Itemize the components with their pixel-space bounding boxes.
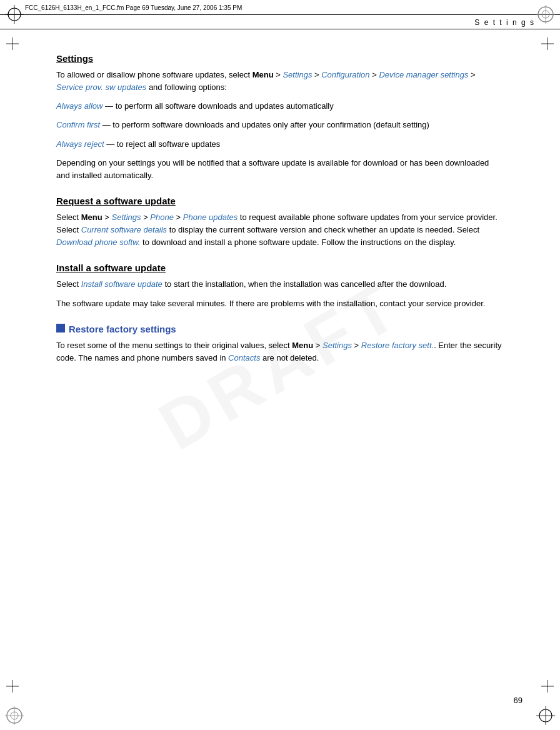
restore-para: To reset some of the menu settings to th… — [56, 339, 504, 364]
always-allow-text: to perform all software downloads and up… — [113, 101, 334, 111]
req-download: Download phone softw. — [56, 238, 140, 247]
always-reject-dash: — — [104, 139, 115, 149]
settings-gt4: > — [468, 70, 475, 79]
req-current: Current software details — [81, 225, 167, 234]
req-pre: Select — [56, 212, 81, 222]
restore-title: Restore factory settings — [56, 324, 504, 334]
always-reject-para: Always reject — to reject all software u… — [56, 138, 504, 151]
inst-pre: Select — [56, 279, 81, 289]
install-update-title: Install a software update — [56, 262, 504, 273]
service-prov-link: Service prov. sw updates — [56, 82, 146, 92]
restore-link: Restore factory sett. — [361, 341, 434, 350]
confirm-first-dash: — — [100, 120, 111, 129]
settings-intro-end: and following options: — [146, 82, 227, 92]
req-menu: Menu — [81, 212, 102, 222]
mid-mark-left-bottom — [6, 680, 19, 692]
install-update-para1: Select Install software update to start … — [56, 278, 504, 291]
depending-para: Depending on your settings you will be n… — [56, 157, 504, 182]
restore-factory-section: Restore factory settings To reset some o… — [56, 324, 504, 364]
corner-mark-bottom-right — [536, 706, 555, 725]
restore-pre: To reset some of the menu settings to th… — [56, 341, 292, 350]
settings-title: Settings — [56, 53, 504, 64]
file-info: FCC_6126H_6133H_en_1_FCC.fm Page 69 Tues… — [25, 4, 242, 11]
req-phone: Phone — [150, 212, 174, 222]
blue-square-icon — [56, 324, 65, 332]
restore-menu: Menu — [292, 341, 313, 350]
req-phone-updates: Phone updates — [183, 212, 238, 222]
req-gt2: > — [141, 212, 151, 222]
settings-intro-para: To allowed or disallow phone software up… — [56, 69, 504, 94]
confirm-first-label: Confirm first — [56, 120, 100, 129]
settings-link: Settings — [282, 70, 312, 79]
contacts-link: Contacts — [228, 353, 260, 362]
header-title: S e t t i n g s — [474, 18, 535, 27]
config-link: Configuration — [321, 70, 369, 79]
request-update-title: Request a software update — [56, 196, 504, 206]
device-manager-link: Device manager settings — [379, 70, 468, 79]
inst-install-link: Install software update — [81, 279, 162, 289]
restore-gt2: > — [352, 341, 361, 350]
restore-title-text: Restore factory settings — [69, 324, 176, 334]
req-gt1: > — [102, 212, 112, 222]
req-settings: Settings — [112, 212, 141, 222]
corner-mark-top-left — [5, 5, 24, 24]
corner-mark-top-right — [536, 5, 555, 24]
mid-mark-right-bottom — [541, 680, 554, 692]
page-number: 69 — [514, 696, 522, 705]
always-allow-dash: — — [102, 101, 113, 111]
restore-end: are not deleted. — [260, 353, 319, 362]
always-reject-text: to reject all software updates — [114, 139, 220, 149]
always-reject-label: Always reject — [56, 139, 104, 149]
settings-gt1: > — [274, 70, 283, 79]
req-gt3: > — [174, 212, 183, 222]
settings-gt2: > — [312, 70, 321, 79]
install-update-para2: The software update may take several min… — [56, 298, 504, 310]
confirm-first-text: to perform software downloads and update… — [111, 120, 429, 129]
always-allow-para: Always allow — to perform all software d… — [56, 100, 504, 112]
req-end: to download and install a phone software… — [140, 238, 456, 247]
install-update-section: Install a software update Select Install… — [56, 262, 504, 309]
req-mid2: to display the current software version … — [167, 225, 479, 234]
corner-mark-bottom-left — [5, 706, 24, 725]
settings-intro-text: To allowed or disallow phone software up… — [56, 70, 252, 79]
confirm-first-para: Confirm first — to perform software down… — [56, 119, 504, 131]
settings-gt3: > — [370, 70, 379, 79]
request-update-para: Select Menu > Settings > Phone > Phone u… — [56, 211, 504, 249]
restore-gt1: > — [313, 341, 322, 350]
settings-menu-link: Menu — [252, 70, 274, 79]
restore-settings: Settings — [322, 341, 352, 350]
always-allow-label: Always allow — [56, 101, 102, 111]
settings-section: Settings To allowed or disallow phone so… — [56, 53, 504, 182]
inst-end: to start the installation, when the inst… — [162, 279, 447, 289]
request-update-section: Request a software update Select Menu > … — [56, 196, 504, 249]
